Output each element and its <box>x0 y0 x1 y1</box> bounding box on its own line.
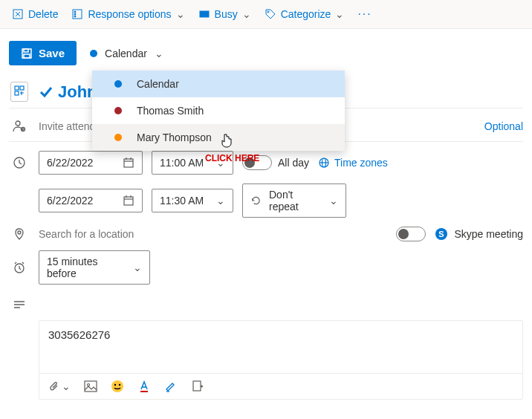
svg-rect-7 <box>200 11 209 17</box>
svg-point-4 <box>74 11 76 13</box>
people-icon <box>13 120 26 133</box>
busy-button[interactable]: Busy ⌄ <box>198 8 251 20</box>
calendar-dropdown: Calendar Thomas Smith Mary Thompson <box>92 71 345 151</box>
skype-icon: S <box>435 227 448 241</box>
event-title-text: John <box>58 82 97 102</box>
chevron-down-icon: ⌄ <box>335 8 344 20</box>
response-options-button[interactable]: Response options ⌄ <box>71 8 184 20</box>
all-day-toggle[interactable] <box>242 155 272 170</box>
chevron-down-icon: ⌄ <box>62 380 71 392</box>
description-toolbar: ⌄ <box>39 373 522 399</box>
end-datetime-row: 6/22/2022 11:30 AM ⌄ Don't repeat ⌄ <box>9 183 523 218</box>
skype-toggle[interactable] <box>396 227 426 241</box>
save-icon <box>21 48 33 59</box>
chevron-down-icon: ⌄ <box>155 48 163 59</box>
alarm-icon <box>13 261 26 274</box>
repeat-label: Don't repeat <box>269 189 322 212</box>
dropdown-item-mary[interactable]: Mary Thompson <box>92 124 345 151</box>
svg-point-38 <box>88 384 90 386</box>
svg-rect-26 <box>124 197 133 205</box>
attach-button[interactable]: ⌄ <box>48 380 71 392</box>
dropdown-item-label: Calendar <box>137 78 179 90</box>
event-title[interactable]: John <box>39 82 97 102</box>
picture-icon[interactable] <box>84 380 97 392</box>
description-box: 3035626276 ⌄ <box>39 320 523 400</box>
categorize-label: Categorize <box>281 8 331 20</box>
delete-label: Delete <box>28 8 58 20</box>
start-time-field[interactable]: 11:00 AM ⌄ <box>152 151 233 175</box>
dropdown-item-calendar[interactable]: Calendar <box>92 71 345 97</box>
calendar-selector[interactable]: Calendar ⌄ <box>90 48 163 59</box>
end-date-field[interactable]: 6/22/2022 <box>39 189 143 212</box>
more-button[interactable]: ··· <box>357 7 372 21</box>
svg-rect-12 <box>24 54 30 58</box>
svg-point-39 <box>111 380 123 392</box>
chevron-down-icon: ⌄ <box>216 157 225 169</box>
calendar-selector-label: Calendar <box>105 48 147 59</box>
time-zones-label: Time zones <box>334 157 388 169</box>
svg-point-40 <box>114 384 116 386</box>
svg-rect-42 <box>140 391 148 392</box>
description-row <box>9 293 523 311</box>
svg-point-41 <box>119 384 120 386</box>
optional-link[interactable]: Optional <box>484 120 523 132</box>
chevron-down-icon: ⌄ <box>242 8 251 20</box>
skype-label: Skype meeting <box>454 228 523 240</box>
svg-point-30 <box>18 231 21 234</box>
calendar-icon <box>123 157 134 169</box>
skype-meeting: S Skype meeting <box>435 227 523 241</box>
svg-rect-14 <box>20 86 24 90</box>
save-label: Save <box>39 47 65 59</box>
reminder-field[interactable]: 15 minutes before ⌄ <box>39 250 150 285</box>
time-zones-link[interactable]: Time zones <box>318 157 388 169</box>
repeat-field[interactable]: Don't repeat ⌄ <box>242 183 346 218</box>
command-bar: Delete Response options ⌄ Busy ⌄ Categor… <box>0 0 532 29</box>
description-textarea[interactable]: 3035626276 <box>39 321 522 373</box>
svg-rect-15 <box>15 91 19 95</box>
reminder-label: 15 minutes before <box>47 256 127 279</box>
title-format-button[interactable] <box>10 82 28 102</box>
svg-rect-19 <box>124 159 133 167</box>
end-time-field[interactable]: 11:30 AM ⌄ <box>152 189 233 212</box>
chevron-down-icon: ⌄ <box>176 8 185 20</box>
end-time-value: 11:30 AM <box>160 195 204 207</box>
dot-icon <box>114 107 122 114</box>
all-day-label: All day <box>278 157 309 169</box>
location-row: S Skype meeting <box>9 227 523 241</box>
start-date-value: 6/22/2022 <box>47 157 93 169</box>
chevron-down-icon: ⌄ <box>216 195 225 207</box>
response-label: Response options <box>88 8 171 20</box>
busy-label: Busy <box>215 8 238 20</box>
svg-point-5 <box>74 13 76 15</box>
svg-point-6 <box>74 16 76 17</box>
chevron-down-icon: ⌄ <box>329 195 338 207</box>
start-datetime-row: 6/22/2022 11:00 AM ⌄ All day Time zones <box>9 151 523 175</box>
dropdown-item-label: Mary Thompson <box>137 131 212 143</box>
tag-icon <box>265 8 276 20</box>
dropdown-item-label: Thomas Smith <box>137 105 204 117</box>
svg-rect-37 <box>85 381 97 392</box>
start-time-value: 11:00 AM <box>160 157 204 169</box>
end-date-value: 6/22/2022 <box>47 195 93 207</box>
paperclip-icon <box>48 380 60 392</box>
calendar-dot-icon <box>90 50 97 57</box>
categorize-button[interactable]: Categorize ⌄ <box>265 8 345 20</box>
busy-icon <box>198 8 210 20</box>
globe-icon <box>318 157 330 169</box>
highlight-icon[interactable] <box>164 380 178 393</box>
event-form: Save Calendar ⌄ Calendar Thomas Smith Ma… <box>0 29 532 409</box>
chevron-down-icon: ⌄ <box>133 262 142 273</box>
toggle-icon <box>14 85 25 96</box>
location-icon <box>13 227 26 241</box>
emoji-icon[interactable] <box>111 380 124 393</box>
save-button[interactable]: Save <box>9 41 77 65</box>
insert-icon[interactable] <box>191 380 204 393</box>
location-input[interactable] <box>39 228 387 240</box>
svg-text:S: S <box>439 230 444 238</box>
font-color-icon[interactable] <box>137 380 151 393</box>
start-date-field[interactable]: 6/22/2022 <box>39 151 143 175</box>
checkmark-icon <box>39 85 53 100</box>
response-icon <box>71 8 83 20</box>
delete-button[interactable]: Delete <box>12 8 58 20</box>
dropdown-item-thomas[interactable]: Thomas Smith <box>92 97 345 124</box>
